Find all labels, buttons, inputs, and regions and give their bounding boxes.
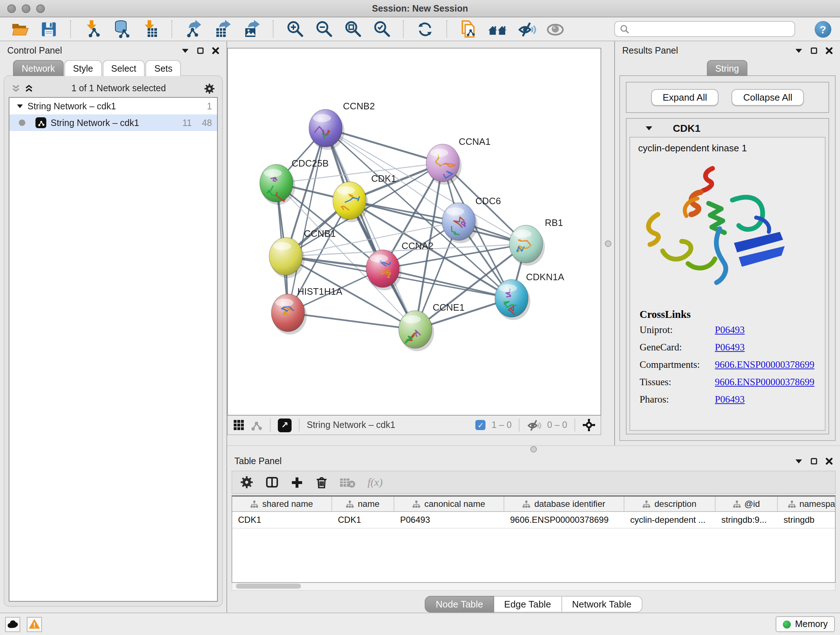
cell-shared-name[interactable]: CDK1: [232, 512, 332, 528]
column-header-shared-name[interactable]: shared name: [232, 497, 332, 511]
cell-canonical-name[interactable]: P06493: [394, 512, 504, 528]
crosslink-link[interactable]: 9606.ENSP00000378699: [715, 359, 814, 371]
cloud-status-button[interactable]: [5, 616, 20, 632]
cell-namespac[interactable]: stringdb: [778, 512, 836, 528]
scrollbar-thumb[interactable]: [236, 584, 301, 589]
collapse-all-networks-icon[interactable]: [11, 84, 20, 93]
panel-float-icon[interactable]: [810, 458, 818, 465]
import-network-file-icon[interactable]: [82, 19, 102, 39]
copy-network-icon[interactable]: [459, 19, 478, 39]
expand-all-networks-icon[interactable]: [25, 84, 33, 93]
crosslink-link[interactable]: P06493: [715, 394, 745, 405]
zoom-out-icon[interactable]: [314, 19, 333, 39]
node-CCNB1[interactable]: CCNB1: [269, 228, 336, 278]
tab-network[interactable]: Network: [13, 60, 64, 76]
grid-view-icon[interactable]: [233, 419, 245, 431]
search-field[interactable]: [614, 21, 795, 37]
node-HIST1H1A[interactable]: HIST1H1A: [271, 286, 343, 334]
zoom-fit-icon[interactable]: [343, 19, 363, 39]
add-column-plus-icon[interactable]: [291, 476, 303, 488]
panel-close-icon[interactable]: [212, 47, 219, 54]
tab-style[interactable]: Style: [65, 60, 102, 76]
cell--id[interactable]: stringdb:9...: [715, 512, 778, 528]
show-graphics-eye-icon[interactable]: [546, 19, 565, 39]
tab-network-table[interactable]: Network Table: [562, 596, 642, 613]
edge-CCNB2-CCNE1[interactable]: [325, 128, 415, 329]
delete-column-trash-icon[interactable]: [316, 476, 328, 489]
panel-float-icon[interactable]: [197, 47, 204, 54]
zoom-window-button[interactable]: [36, 4, 45, 13]
crosslink-label: GeneCard:: [639, 342, 715, 353]
cell-description[interactable]: cyclin-dependent ...: [624, 512, 715, 528]
close-window-button[interactable]: [7, 4, 16, 13]
expand-all-button[interactable]: Expand All: [651, 89, 719, 106]
zoom-in-icon[interactable]: [285, 19, 305, 39]
tab-string[interactable]: String: [706, 60, 747, 76]
zoom-selected-icon[interactable]: [372, 19, 392, 39]
node-RB1[interactable]: RB1: [509, 217, 563, 266]
table-row[interactable]: CDK1CDK1P064939606.ENSP00000378699cyclin…: [232, 512, 835, 529]
hidden-items-eye-slash-icon[interactable]: [527, 418, 541, 432]
crosslink-link[interactable]: P06493: [715, 325, 745, 336]
network-canvas[interactable]: CCNB2CCNA1CDC25BCDK1CDC6RB1CCNB1CCNA2CDK…: [227, 48, 601, 416]
panel-collapse-caret-icon[interactable]: [182, 47, 189, 54]
edge-HIST1H1A-CCNE1[interactable]: [288, 313, 415, 329]
open-session-folder-icon[interactable]: [10, 19, 30, 39]
panel-close-icon[interactable]: [826, 458, 833, 465]
edge-CCNA2-CDKN1A[interactable]: [383, 269, 512, 298]
save-session-icon[interactable]: [39, 19, 58, 39]
show-all-networks-houses-icon[interactable]: [488, 19, 507, 39]
tab-edge-table[interactable]: Edge Table: [494, 596, 562, 613]
column-header-name[interactable]: name: [332, 497, 394, 511]
network-selection-status: 1 of 1 Network selected: [38, 83, 200, 93]
table-horizontal-scrollbar[interactable]: [232, 583, 836, 591]
column-header--id[interactable]: @id: [715, 497, 778, 511]
search-input[interactable]: [633, 24, 789, 34]
cell-name[interactable]: CDK1: [332, 512, 394, 528]
tab-select[interactable]: Select: [103, 60, 145, 76]
memory-button[interactable]: Memory: [775, 616, 835, 632]
export-network-icon[interactable]: [184, 19, 203, 39]
panel-collapse-caret-icon[interactable]: [795, 47, 802, 54]
import-network-database-icon[interactable]: [111, 19, 131, 39]
network-options-gear-icon[interactable]: [204, 83, 215, 94]
toolbar-separator: [70, 20, 71, 38]
pan-crosshair-icon[interactable]: [583, 418, 595, 432]
tab-node-table[interactable]: Node Table: [425, 596, 494, 613]
export-table-icon[interactable]: [213, 19, 232, 39]
show-columns-icon[interactable]: [265, 476, 279, 489]
tab-sets[interactable]: Sets: [146, 60, 181, 76]
entry-collapse-caret-icon[interactable]: [645, 124, 653, 131]
edge-CCNB2-HIST1H1A[interactable]: [288, 128, 325, 313]
help-icon[interactable]: ?: [815, 21, 831, 37]
selected-nodes-checkbox-icon[interactable]: ✓: [476, 420, 486, 430]
warnings-button[interactable]: [27, 616, 42, 632]
panel-close-icon[interactable]: [826, 47, 833, 54]
collapse-all-button[interactable]: Collapse All: [732, 89, 804, 106]
apply-layout-refresh-icon[interactable]: [415, 19, 435, 39]
birdseye-view-icon[interactable]: ↗: [278, 418, 292, 432]
crosslink-link[interactable]: P06493: [715, 342, 745, 353]
column-header-canonical-name[interactable]: canonical name: [394, 497, 504, 511]
horizontal-splitter[interactable]: [227, 445, 840, 453]
column-header-database-identifier[interactable]: database identifier: [504, 497, 624, 511]
node-CDKN1A[interactable]: CDKN1A: [495, 272, 564, 320]
column-header-namespac[interactable]: namespac: [778, 497, 836, 511]
export-image-icon[interactable]: [242, 19, 261, 39]
tree-expand-caret-icon[interactable]: [17, 103, 23, 109]
cell-database-identifier[interactable]: 9606.ENSP00000378699: [504, 512, 624, 528]
node-CCNE1[interactable]: CCNE1: [399, 302, 464, 351]
minimize-window-button[interactable]: [22, 4, 30, 13]
network-label: String Network – cdk1: [51, 118, 178, 128]
hide-graphics-eye-slash-icon[interactable]: [516, 19, 536, 39]
panel-float-icon[interactable]: [810, 47, 818, 54]
vertical-splitter[interactable]: [601, 41, 614, 445]
import-table-file-icon[interactable]: [141, 19, 160, 39]
network-row-selected[interactable]: String Network – cdk1 11 48: [9, 114, 217, 131]
column-header-description[interactable]: description: [624, 497, 715, 511]
network-view-share-icon[interactable]: [250, 419, 263, 431]
network-collection-row[interactable]: String Network – cdk1 1: [9, 98, 217, 114]
table-settings-gear-icon[interactable]: [240, 476, 253, 489]
panel-collapse-caret-icon[interactable]: [795, 458, 802, 465]
crosslink-link[interactable]: 9606.ENSP00000378699: [715, 377, 814, 388]
